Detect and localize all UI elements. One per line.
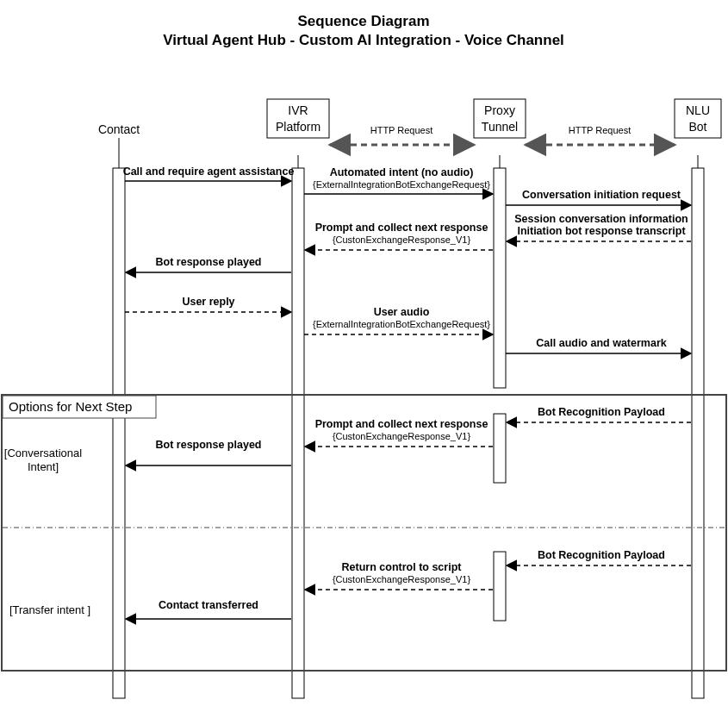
msg-return-control-sub: {CustonExchangeResponse_V1} (333, 574, 471, 584)
msg-prompt-collect-2: Prompt and collect next response (315, 418, 488, 430)
link-ivr-proxy-label: HTTP Request (370, 125, 433, 135)
msg-call-assistance: Call and require agent assistance (123, 166, 295, 178)
msg-call-audio-watermark: Call audio and watermark (536, 337, 666, 349)
link-proxy-nlu-label: HTTP Request (569, 125, 632, 135)
activation-contact (113, 168, 125, 698)
case-conversational-l2: Intent] (28, 460, 59, 473)
msg-bot-recog-1: Bot Recognition Payload (538, 406, 665, 418)
msg-user-audio-sub: {ExternalIntegrationBotExchangeRequest} (313, 319, 490, 329)
msg-automated-intent: Automated intent (no audio) (330, 166, 474, 178)
msg-session-info-1: Session conversation information (514, 213, 688, 225)
sequence-diagram: Sequence Diagram Virtual Agent Hub - Cus… (0, 0, 728, 706)
options-frame-title: Options for Next Step (9, 399, 132, 414)
activation-proxy-3 (494, 552, 506, 621)
actor-proxy-l1: Proxy (484, 103, 515, 117)
msg-user-audio: User audio (374, 306, 430, 318)
title-line-1: Sequence Diagram (297, 13, 429, 29)
case-transfer: [Transfer intent ] (9, 603, 90, 616)
case-conversational-l1: [Conversational (4, 447, 82, 459)
msg-session-info-2: Initiation bot response transcript (517, 225, 686, 237)
msg-contact-transferred: Contact transferred (159, 599, 258, 611)
actor-ivr-l2: Platform (276, 120, 320, 134)
actor-nlu-l2: Bot (688, 120, 706, 134)
actor-nlu-l1: NLU (686, 103, 710, 117)
msg-bot-response-played-1: Bot response played (156, 256, 262, 268)
msg-conv-init-req: Conversation initiation request (522, 189, 681, 201)
msg-prompt-collect-2-sub: {CustonExchangeResponse_V1} (333, 431, 471, 441)
actor-contact: Contact (98, 122, 140, 136)
msg-bot-response-played-2: Bot response played (156, 439, 262, 451)
activation-nlu (692, 168, 704, 698)
msg-prompt-collect-1: Prompt and collect next response (315, 222, 488, 234)
msg-return-control: Return control to script (342, 561, 463, 573)
actor-ivr-l1: IVR (288, 103, 308, 117)
activation-proxy-2 (494, 414, 506, 483)
msg-automated-intent-sub: {ExternalIntegrationBotExchangeRequest} (313, 179, 490, 190)
msg-bot-recog-2: Bot Recognition Payload (538, 549, 665, 561)
activation-proxy-1 (494, 168, 506, 388)
title-line-2: Virtual Agent Hub - Custom AI Integratio… (163, 32, 564, 48)
activation-ivr (292, 168, 304, 698)
actor-proxy-l2: Tunnel (482, 120, 518, 134)
msg-prompt-collect-1-sub: {CustonExchangeResponse_V1} (333, 234, 471, 245)
msg-user-reply: User reply (182, 296, 234, 308)
